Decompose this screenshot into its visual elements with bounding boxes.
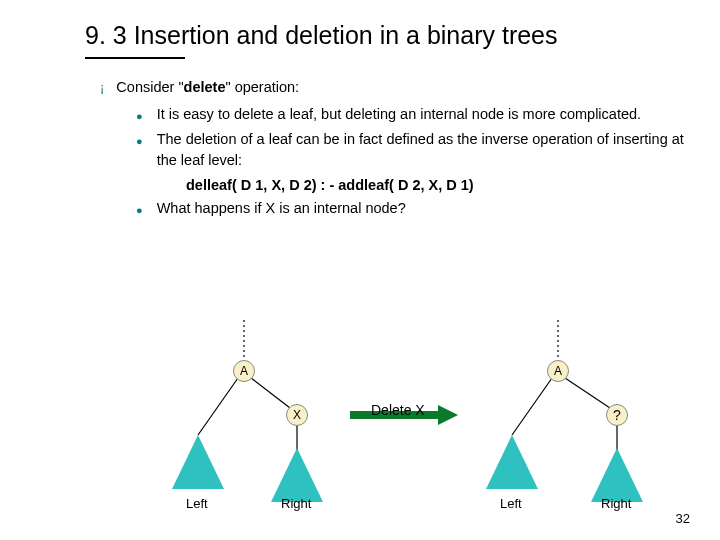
bullet-text: The deletion of a leaf can be in fact de… (157, 129, 690, 171)
intro-bold: delete (184, 79, 226, 95)
svg-line-7 (512, 378, 552, 435)
list-item: ● It is easy to delete a leaf, but delet… (136, 104, 690, 125)
list-item: ● What happens if X is an internal node? (136, 198, 690, 219)
node-question: ? (606, 404, 628, 426)
triangle-icon (591, 448, 643, 502)
bullet-text: It is easy to delete a leaf, but deletin… (157, 104, 641, 125)
subbullet-list: ● It is easy to delete a leaf, but delet… (100, 104, 690, 219)
left-label-2: Left (500, 496, 522, 511)
node-x: X (286, 404, 308, 426)
dot-icon: ● (136, 109, 143, 125)
bullet-level1: ¡ Consider "delete" operation: (100, 77, 690, 98)
node-a-right: A (547, 360, 569, 382)
right-label-2: Right (601, 496, 631, 511)
triangle-icon (271, 448, 323, 502)
delete-label: Delete X (371, 402, 425, 418)
intro-post: " operation: (225, 79, 299, 95)
node-a-left: A (233, 360, 255, 382)
bullet-text: What happens if X is an internal node? (157, 198, 406, 219)
right-label: Right (281, 496, 311, 511)
slide-title: 9. 3 Insertion and deletion in a binary … (0, 0, 720, 57)
page-number: 32 (676, 511, 690, 526)
svg-line-2 (251, 378, 290, 408)
diagram-area: A X Left Right Delete X A ? Left Right (0, 320, 720, 520)
list-item: ● The deletion of a leaf can be in fact … (136, 129, 690, 171)
triangle-icon (172, 435, 224, 489)
code-line: delleaf( D 1, X, D 2) : - addleaf( D 2, … (136, 175, 690, 196)
svg-line-1 (198, 378, 238, 435)
left-label: Left (186, 496, 208, 511)
slide-content: ¡ Consider "delete" operation: ● It is e… (0, 59, 720, 219)
svg-marker-5 (438, 405, 458, 425)
intro-pre: Consider " (116, 79, 183, 95)
triangle-icon (486, 435, 538, 489)
hollow-circle-icon: ¡ (100, 79, 104, 98)
svg-line-8 (565, 378, 610, 408)
intro-text: Consider "delete" operation: (116, 77, 299, 98)
dot-icon: ● (136, 134, 143, 150)
dot-icon: ● (136, 203, 143, 219)
